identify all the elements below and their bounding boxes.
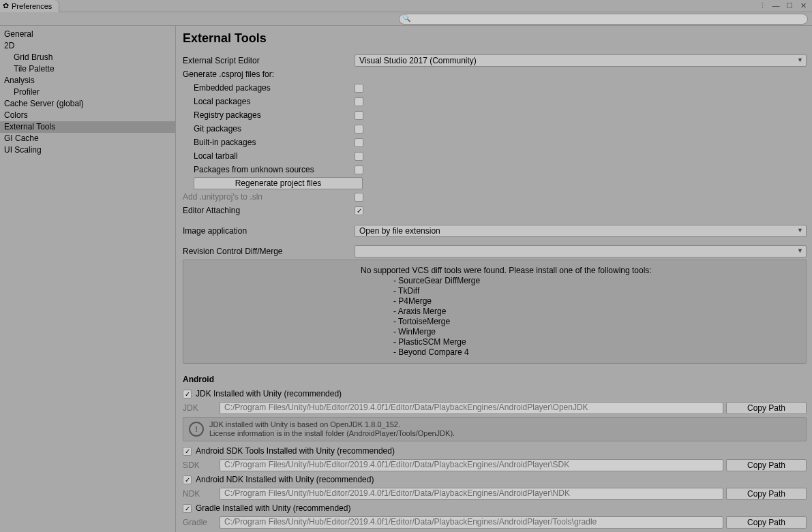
add-unityproj-label: Add .unityproj's to .sln	[183, 192, 355, 202]
titlebar: ✿ Preferences ⋮ ― ☐ ✕	[0, 0, 812, 12]
content-panel: External Tools External Script Editor Vi…	[176, 26, 812, 532]
search-icon: 🔍	[402, 14, 410, 22]
csproj-checkbox[interactable]	[355, 138, 363, 147]
chevron-down-icon: ▼	[797, 247, 803, 254]
diff-merge-dropdown[interactable]: ▼	[355, 245, 807, 257]
ndk-path-input[interactable]: C:/Program Files/Unity/Hub/Editor/2019.4…	[220, 488, 723, 500]
csproj-item-label: Local packages	[183, 97, 355, 106]
sidebar-item-grid-brush[interactable]: Grid Brush	[0, 52, 175, 63]
sidebar-item-external-tools[interactable]: External Tools	[0, 121, 175, 133]
gradle-path-input[interactable]: C:/Program Files/Unity/Hub/Editor/2019.4…	[220, 516, 723, 529]
ndk-copy-button[interactable]: Copy Path	[726, 488, 807, 500]
vcs-info-box: No supported VCS diff tools were found. …	[183, 260, 807, 364]
jdk-checkbox[interactable]	[183, 390, 192, 398]
script-editor-label: External Script Editor	[183, 56, 355, 65]
editor-attaching-label: Editor Attaching	[183, 206, 355, 215]
sdk-path-input[interactable]: C:/Program Files/Unity/Hub/Editor/2019.4…	[220, 459, 723, 471]
image-app-dropdown[interactable]: Open by file extension ▼	[355, 225, 807, 237]
ndk-check-label: Android NDK Installed with Unity (recomm…	[196, 475, 374, 484]
csproj-item-label: Local tarball	[183, 151, 355, 161]
sdk-checkbox[interactable]	[183, 447, 192, 456]
maximize-icon[interactable]: ☐	[785, 1, 794, 10]
gradle-check-label: Gradle Installed with Unity (recommended…	[196, 503, 350, 513]
window-tab[interactable]: ✿ Preferences	[0, 0, 59, 12]
vcs-tool-item: - TortoiseMerge	[393, 317, 800, 327]
vcs-tool-item: - TkDiff	[393, 286, 800, 296]
gradle-copy-button[interactable]: Copy Path	[726, 516, 807, 529]
android-heading: Android	[183, 375, 807, 384]
diff-merge-label: Revision Control Diff/Merge	[183, 247, 355, 256]
window-controls: ⋮ ― ☐ ✕	[757, 1, 812, 10]
sidebar-item-2d[interactable]: 2D	[0, 40, 175, 52]
sidebar-item-ui-scaling[interactable]: UI Scaling	[0, 144, 175, 156]
vcs-info-header: No supported VCS diff tools were found. …	[361, 266, 800, 276]
sidebar: General2DGrid BrushTile PaletteAnalysisP…	[0, 26, 176, 532]
sdk-check-label: Android SDK Tools Installed with Unity (…	[196, 446, 395, 456]
jdk-path-input[interactable]: C:/Program Files/Unity/Hub/Editor/2019.4…	[220, 402, 723, 414]
gradle-checkbox[interactable]	[183, 504, 192, 513]
sidebar-item-cache-server-global-[interactable]: Cache Server (global)	[0, 98, 175, 110]
csproj-checkbox[interactable]	[355, 111, 363, 120]
csproj-item-label: Built-in packages	[183, 138, 355, 147]
jdk-note: ! JDK installed with Unity is based on O…	[183, 417, 807, 441]
jdk-check-label: JDK Installed with Unity (recommended)	[196, 389, 342, 398]
sidebar-item-analysis[interactable]: Analysis	[0, 75, 175, 87]
sidebar-item-profiler[interactable]: Profiler	[0, 87, 175, 98]
script-editor-dropdown[interactable]: Visual Studio 2017 (Community) ▼	[355, 54, 807, 67]
jdk-label: JDK	[183, 403, 217, 413]
ndk-label: NDK	[183, 489, 217, 499]
sdk-copy-button[interactable]: Copy Path	[726, 459, 807, 471]
jdk-copy-button[interactable]: Copy Path	[726, 402, 807, 414]
close-icon[interactable]: ✕	[798, 1, 808, 10]
gear-icon: ✿	[3, 1, 9, 10]
page-title: External Tools	[183, 31, 807, 46]
regenerate-button[interactable]: Regenerate project files	[194, 177, 363, 189]
chevron-down-icon: ▼	[797, 227, 803, 234]
minimize-icon[interactable]: ―	[771, 1, 781, 10]
sdk-label: SDK	[183, 460, 217, 470]
search-row: 🔍	[0, 12, 812, 26]
sidebar-item-gi-cache[interactable]: GI Cache	[0, 133, 175, 144]
csproj-checkbox[interactable]	[355, 84, 363, 93]
vcs-tool-item: - P4Merge	[393, 296, 800, 307]
csproj-checkbox[interactable]	[355, 166, 363, 174]
chevron-down-icon: ▼	[797, 57, 803, 63]
sidebar-item-colors[interactable]: Colors	[0, 110, 175, 121]
vcs-tool-item: - SourceGear DiffMerge	[393, 276, 800, 286]
csproj-header: Generate .csproj files for:	[183, 69, 355, 79]
window-title: Preferences	[12, 2, 52, 10]
vcs-tool-item: - Araxis Merge	[393, 307, 800, 317]
csproj-item-label: Embedded packages	[183, 83, 355, 93]
csproj-checkbox[interactable]	[355, 152, 363, 161]
csproj-item-label: Registry packages	[183, 110, 355, 120]
info-icon: !	[189, 422, 204, 437]
csproj-item-label: Packages from unknown sources	[183, 165, 355, 174]
vcs-tool-item: - PlasticSCM Merge	[393, 337, 800, 347]
search-input[interactable]: 🔍	[399, 14, 808, 25]
sidebar-item-tile-palette[interactable]: Tile Palette	[0, 63, 175, 75]
csproj-item-label: Git packages	[183, 124, 355, 134]
context-menu-icon[interactable]: ⋮	[757, 1, 767, 10]
vcs-tool-item: - WinMerge	[393, 327, 800, 337]
csproj-checkbox[interactable]	[355, 125, 363, 134]
ndk-checkbox[interactable]	[183, 475, 192, 484]
gradle-label: Gradle	[183, 518, 217, 527]
image-app-label: Image application	[183, 226, 355, 236]
editor-attaching-checkbox[interactable]	[355, 206, 363, 215]
sidebar-item-general[interactable]: General	[0, 29, 175, 40]
add-unityproj-checkbox	[355, 193, 363, 202]
vcs-tool-item: - Beyond Compare 4	[393, 347, 800, 358]
csproj-checkbox[interactable]	[355, 97, 363, 106]
